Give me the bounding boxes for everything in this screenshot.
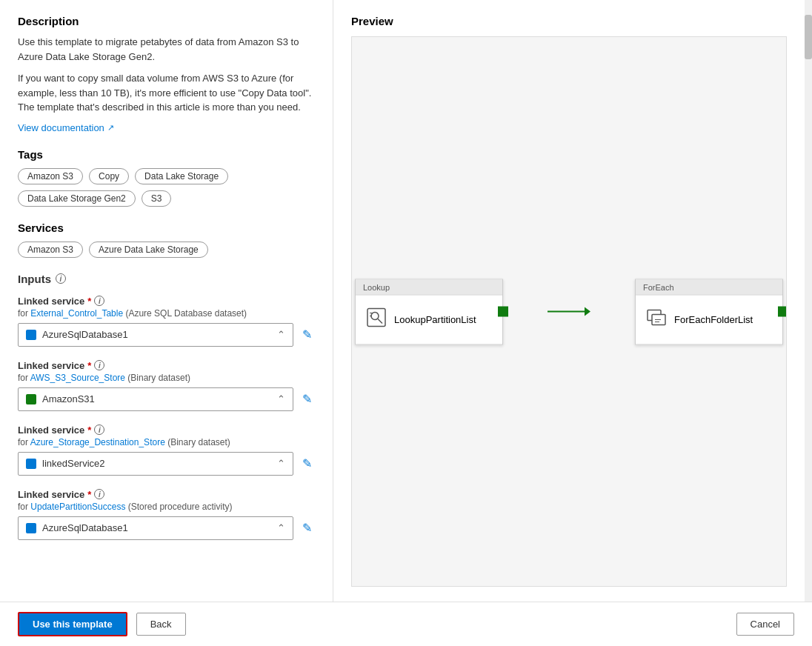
inputs-info-icon[interactable]: i: [56, 273, 66, 284]
arrow-line: [548, 311, 585, 313]
foreach-node-header: ForEach: [636, 279, 782, 295]
services-section: Services Amazon S3 Azure Data Lake Stora…: [18, 222, 315, 258]
lookup-node-header: Lookup: [356, 279, 502, 295]
linked-service-row-1: AzureSqlDatabase1 ⌃ ✎: [18, 323, 315, 347]
linked-service-dropdown-1[interactable]: AzureSqlDatabase1 ⌃: [18, 323, 293, 347]
edit-button-3[interactable]: ✎: [299, 453, 315, 473]
chevron-icon-1: ⌃: [277, 329, 285, 340]
tags-title: Tags: [18, 148, 315, 161]
foreach-connector: [778, 307, 787, 317]
linked-service-label-4: Linked service * i: [18, 489, 315, 500]
svg-rect-0: [367, 308, 385, 326]
edit-button-4[interactable]: ✎: [299, 518, 315, 538]
foreach-node-icon: [646, 307, 667, 332]
service-azure-data-lake: Azure Data Lake Storage: [89, 242, 208, 258]
tags-section: Tags Amazon S3 Copy Data Lake Storage Da…: [18, 148, 315, 207]
description-para1: Use this template to migrate petabytes o…: [18, 35, 315, 64]
description-para2: If you want to copy small data volume fr…: [18, 71, 315, 115]
dropdown-icon-3: [26, 459, 36, 469]
description-title: Description: [18, 15, 315, 27]
foreach-node-body: ForEachFolderList: [636, 295, 782, 344]
arrow-head: [585, 307, 590, 316]
arrow-connector: [548, 307, 590, 316]
foreach-node-label: ForEachFolderList: [674, 314, 753, 325]
linked-service-row-3: linkedService2 ⌃ ✎: [18, 452, 315, 476]
footer: Use this template Back Cancel: [0, 602, 812, 646]
linked-service-info-icon-3[interactable]: i: [94, 424, 104, 435]
dropdown-icon-4: [26, 523, 36, 533]
tag-copy: Copy: [89, 168, 129, 184]
pipeline-container: Lookup LookupPartitionList: [355, 279, 783, 344]
right-panel: Preview Lookup: [333, 0, 805, 602]
linked-service-sublabel-1: for External_Control_Table (Azure SQL Da…: [18, 308, 315, 319]
linked-service-info-icon-4[interactable]: i: [94, 489, 104, 499]
lookup-node-body: LookupPartitionList: [356, 295, 502, 344]
linked-service-sublabel-4: for UpdatePartitionSuccess (Stored proce…: [18, 502, 315, 512]
dropdown-icon-2: [26, 394, 36, 404]
tag-data-lake-storage: Data Lake Storage: [135, 168, 228, 184]
cancel-button[interactable]: Cancel: [736, 613, 794, 636]
edit-button-1[interactable]: ✎: [299, 324, 315, 344]
linked-service-row-2: AmazonS31 ⌃ ✎: [18, 387, 315, 411]
preview-canvas: Lookup LookupPartitionList: [351, 36, 787, 587]
chevron-icon-3: ⌃: [277, 458, 285, 469]
linked-service-group-2: Linked service * i for AWS_S3_Source_Sto…: [18, 360, 315, 411]
linked-service-group-4: Linked service * i for UpdatePartitionSu…: [18, 489, 315, 540]
chevron-icon-4: ⌃: [277, 522, 285, 533]
services-title: Services: [18, 222, 315, 234]
linked-service-info-icon-2[interactable]: i: [94, 360, 104, 370]
edit-button-2[interactable]: ✎: [299, 389, 315, 409]
services-container: Amazon S3 Azure Data Lake Storage: [18, 242, 315, 258]
scrollbar[interactable]: [805, 0, 812, 602]
tag-s3: S3: [142, 190, 172, 207]
linked-service-group-1: Linked service * i for External_Control_…: [18, 296, 315, 347]
scrollbar-thumb[interactable]: [805, 15, 812, 59]
use-template-button[interactable]: Use this template: [18, 612, 127, 636]
tags-container: Amazon S3 Copy Data Lake Storage Data La…: [18, 168, 315, 207]
foreach-node: ForEach ForEachFolderList: [635, 279, 783, 344]
lookup-node: Lookup LookupPartitionList: [355, 279, 503, 344]
left-panel: Description Use this template to migrate…: [0, 0, 333, 602]
linked-service-row-4: AzureSqlDatabase1 ⌃ ✎: [18, 516, 315, 540]
external-link-icon: ↗: [107, 123, 114, 133]
linked-service-info-icon-1[interactable]: i: [94, 296, 104, 306]
linked-service-dropdown-3[interactable]: linkedService2 ⌃: [18, 452, 293, 476]
view-documentation-link[interactable]: View documentation ↗: [18, 122, 114, 133]
tag-amazon-s3: Amazon S3: [18, 168, 83, 184]
svg-line-2: [378, 319, 382, 323]
lookup-node-icon: [366, 307, 387, 332]
linked-service-label-3: Linked service * i: [18, 424, 315, 436]
linked-service-dropdown-2[interactable]: AmazonS31 ⌃: [18, 387, 293, 411]
lookup-node-label: LookupPartitionList: [394, 314, 476, 325]
linked-service-dropdown-4[interactable]: AzureSqlDatabase1 ⌃: [18, 516, 293, 540]
tag-data-lake-storage-gen2: Data Lake Storage Gen2: [18, 190, 136, 207]
linked-service-sublabel-3: for Azure_Storage_Destination_Store (Bin…: [18, 437, 315, 447]
linked-service-label-2: Linked service * i: [18, 360, 315, 371]
linked-service-group-3: Linked service * i for Azure_Storage_Des…: [18, 424, 315, 476]
dropdown-icon-1: [26, 330, 36, 340]
linked-service-sublabel-2: for AWS_S3_Source_Store (Binary dataset): [18, 373, 315, 383]
preview-title: Preview: [351, 15, 787, 27]
linked-service-label-1: Linked service * i: [18, 296, 315, 307]
back-button[interactable]: Back: [136, 613, 186, 636]
service-amazon-s3: Amazon S3: [18, 242, 83, 258]
chevron-icon-2: ⌃: [277, 393, 285, 404]
inputs-section: Inputs i Linked service * i for External…: [18, 273, 315, 540]
lookup-connector: [498, 307, 508, 317]
inputs-title: Inputs i: [18, 273, 315, 285]
